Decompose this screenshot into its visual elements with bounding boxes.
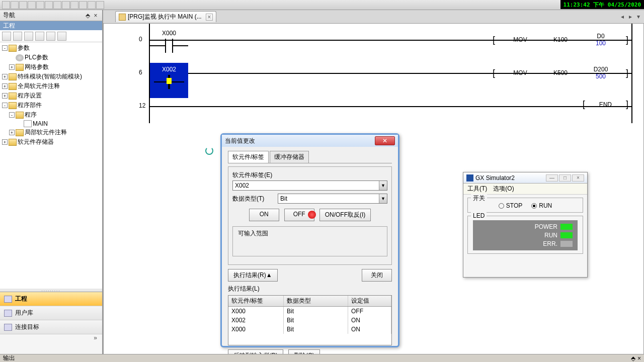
expand-icon[interactable]: + [9, 130, 15, 135]
tab-prev-icon[interactable]: ◂ [619, 13, 626, 20]
result-toggle-button[interactable]: 执行结果(R)▲ [228, 269, 278, 282]
toolbar-icon[interactable] [2, 1, 10, 9]
table-cell: OFF [348, 307, 391, 316]
end-instruction: [END] [583, 99, 628, 110]
folder-icon [16, 129, 24, 136]
menu-options[interactable]: 选项(O) [493, 185, 514, 193]
close-icon[interactable]: × [92, 12, 99, 19]
tree-toolbar-icon[interactable] [2, 32, 11, 41]
toolbar-icon[interactable] [45, 1, 53, 9]
expand-icon[interactable]: + [2, 74, 8, 79]
document-tab[interactable]: [PRG]监视 执行中 MAIN (... × [115, 11, 216, 22]
on-button[interactable]: ON [249, 209, 279, 221]
tab-icon [4, 296, 12, 303]
tree-toolbar-icon[interactable] [13, 32, 22, 41]
expand-icon[interactable]: + [2, 93, 8, 99]
simulator-titlebar[interactable]: GX Simulator2 — □ × [463, 172, 587, 184]
table-row[interactable]: X002BitON [228, 316, 391, 325]
tab-close-icon[interactable]: × [206, 14, 213, 21]
folder-icon [9, 73, 17, 80]
table-row[interactable]: X000BitOFF [228, 307, 391, 316]
table-cell: X000 [228, 307, 284, 316]
toolbar-icon[interactable] [79, 1, 87, 9]
ladder-rung[interactable]: 6X002[MOVK500D200500] [104, 57, 643, 90]
tree-toolbar-icon[interactable] [24, 32, 33, 41]
tree-item[interactable]: PLC参数 [1, 53, 101, 62]
chevron-down-icon[interactable]: ▼ [379, 194, 387, 203]
expand-icon[interactable]: + [2, 139, 8, 145]
expand-icon[interactable]: + [9, 64, 15, 70]
toolbar-icon[interactable] [28, 1, 36, 9]
tree-item[interactable]: +全局软元件注释 [1, 81, 101, 91]
tree-toolbar-icon[interactable] [57, 32, 66, 41]
stop-radio[interactable]: STOP [499, 202, 522, 209]
tab-dropdown-icon[interactable]: ▾ [635, 13, 642, 20]
device-combo[interactable]: X002 ▼ [232, 180, 387, 191]
off-button[interactable]: OFF [284, 209, 314, 221]
menu-tools[interactable]: 工具(T) [467, 185, 487, 193]
tree-item[interactable]: +局部软元件注释 [1, 128, 101, 137]
contact[interactable]: X000 [150, 30, 188, 53]
chevron-down-icon[interactable]: ▼ [379, 181, 387, 190]
nav-bottom-tab[interactable]: 用户库 [0, 306, 102, 320]
minimize-icon[interactable]: — [546, 174, 558, 182]
expand-icon[interactable]: - [2, 103, 8, 108]
toolbar-icon[interactable] [96, 1, 104, 9]
expand-icon[interactable]: - [2, 45, 8, 51]
stop-label: STOP [506, 202, 522, 209]
tree-item[interactable]: +特殊模块(智能功能模块) [1, 72, 101, 81]
tab-buffer-memory[interactable]: 缓冲存储器 [270, 151, 309, 163]
toggle-button[interactable]: ON/OFF取反(I) [319, 209, 371, 221]
tab-next-icon[interactable]: ▸ [627, 13, 634, 20]
datatype-field-label: 数据类型(T) [232, 195, 278, 203]
tree-item[interactable]: +网络参数 [1, 62, 101, 72]
th-device: 软元件/标签 [228, 296, 284, 306]
pin-icon[interactable]: ⬘ [631, 355, 635, 362]
toolbar-icon[interactable] [62, 1, 70, 9]
project-tree[interactable]: -参数PLC参数+网络参数+特殊模块(智能功能模块)+全局软元件注释+程序设置-… [0, 42, 102, 289]
switch-legend: 开关 [471, 194, 487, 203]
tab-label: 连接目标 [15, 323, 39, 331]
pin-icon[interactable]: ⬘ [84, 12, 91, 19]
results-table[interactable]: 软元件/标签 数据类型 设定值 X000BitOFFX002BitONX000B… [228, 295, 392, 345]
ladder-rung[interactable]: 0X000[MOVK100D0100] [104, 24, 643, 57]
tree-toolbar-icon[interactable] [46, 32, 55, 41]
nav-header: 导航 ⬘ × [0, 10, 102, 21]
tree-toolbar-icon[interactable] [35, 32, 44, 41]
tab-label: 工程 [15, 295, 27, 303]
toolbar-icon[interactable] [70, 1, 78, 9]
toolbar-icon[interactable] [36, 1, 44, 9]
maximize-icon[interactable]: □ [559, 174, 571, 182]
close-icon[interactable]: × [572, 174, 584, 182]
toolbar-icon[interactable] [88, 1, 96, 9]
ladder-rung[interactable]: 12[END] [104, 90, 643, 123]
toolbar-icon[interactable] [19, 1, 27, 9]
close-button[interactable]: 关闭 [362, 269, 392, 282]
close-icon[interactable]: × [637, 355, 641, 362]
nav-bottom-tab[interactable]: 连接目标 [0, 320, 102, 334]
table-row[interactable]: X000BitON [228, 325, 391, 334]
dialog-titlebar[interactable]: 当前值更改 ✕ [222, 135, 398, 147]
expand-chevron-icon[interactable]: » [0, 334, 102, 342]
led-row: POWER [478, 223, 573, 230]
dialog-close-button[interactable]: ✕ [375, 136, 395, 145]
timestamp: 11:23:42 下午 04/25/2020 [560, 0, 644, 9]
tab-device-label[interactable]: 软元件/标签 [228, 151, 269, 163]
datatype-combo[interactable]: Bit ▼ [278, 194, 387, 204]
tree-item[interactable]: -参数 [1, 43, 101, 53]
expand-icon[interactable]: - [9, 112, 15, 118]
toolbar-icon[interactable] [53, 1, 61, 9]
tree-item[interactable]: -程序部件 [1, 101, 101, 110]
toolbar-icon[interactable] [11, 1, 19, 9]
table-cell: Bit [284, 307, 348, 316]
spinner-icon [205, 147, 213, 155]
tree-item[interactable]: +软元件存储器 [1, 137, 101, 147]
nav-bottom-tab[interactable]: 工程 [0, 292, 102, 306]
tree-item[interactable]: MAIN [1, 120, 101, 128]
contact-label: X000 [150, 30, 188, 37]
expand-icon[interactable]: + [2, 83, 8, 89]
run-radio[interactable]: RUN [531, 202, 552, 209]
tree-item[interactable]: -程序 [1, 110, 101, 120]
table-cell: Bit [284, 316, 348, 325]
tree-item[interactable]: +程序设置 [1, 91, 101, 101]
